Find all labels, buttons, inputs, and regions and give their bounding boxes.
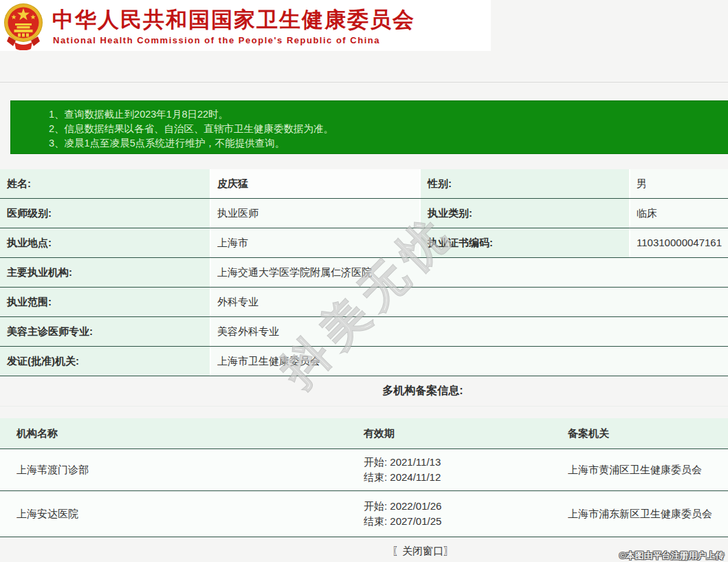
validity-start: 开始: 2022/01/26 bbox=[364, 499, 553, 514]
table-row: 执业范围: 外科专业 bbox=[0, 288, 728, 317]
field-label-practice-category: 执业类别: bbox=[421, 199, 629, 228]
field-value-cosmetic-specialty: 美容外科专业 bbox=[211, 317, 728, 346]
page: 中华人民共和国国家卫生健康委员会 National Health Commiss… bbox=[0, 0, 728, 562]
field-value-practice-location: 上海市 bbox=[211, 228, 419, 257]
filing-section-title: 多机构备案信息: bbox=[0, 376, 728, 398]
field-value-practice-scope: 外科专业 bbox=[211, 288, 728, 316]
field-value-issuing-authority: 上海市卫生健康委员会 bbox=[211, 347, 728, 376]
filing-section-band: 多机构备案信息: bbox=[0, 376, 728, 418]
validity-start: 开始: 2021/11/13 bbox=[364, 455, 553, 470]
filing-validity: 开始: 2022/01/26 结束: 2027/01/25 bbox=[347, 491, 553, 537]
validity-end: 结束: 2024/11/12 bbox=[364, 470, 553, 485]
field-label-issuing-authority: 发证(批准)机关: bbox=[0, 347, 210, 376]
field-label-doctor-level: 医师级别: bbox=[0, 199, 210, 228]
field-label-gender: 性别: bbox=[421, 169, 629, 198]
column-header-institution: 机构名称 bbox=[0, 418, 347, 448]
validity-end: 结束: 2027/01/25 bbox=[364, 514, 553, 529]
bottom-right-watermark: ©本图由平台注册用户上传 bbox=[619, 550, 725, 562]
site-header: 中华人民共和国国家卫生健康委员会 National Health Commiss… bbox=[0, 0, 491, 51]
filing-institution: 上海安达医院 bbox=[0, 491, 347, 537]
notice-box: 1、查询数据截止到2023年1月8日22时。 2、信息数据结果以各省、自治区、直… bbox=[10, 100, 728, 154]
field-label-practice-location: 执业地点: bbox=[0, 228, 210, 257]
filing-validity: 开始: 2021/11/13 结束: 2024/11/12 bbox=[347, 449, 553, 490]
notice-line: 3、凌晨1点至凌晨5点系统进行维护，不能提供查询。 bbox=[49, 136, 728, 151]
filing-header-row: 机构名称 有效期 备案机关 bbox=[0, 418, 728, 449]
header-divider bbox=[0, 82, 728, 83]
field-label-name: 姓名: bbox=[0, 169, 210, 198]
filing-table: 机构名称 有效期 备案机关 上海苇渡门诊部 开始: 2021/11/13 结束:… bbox=[0, 418, 728, 537]
table-row: 姓名: 皮庆猛 性别: 男 bbox=[0, 169, 728, 199]
field-value-main-institution: 上海交通大学医学院附属仁济医院 bbox=[211, 258, 728, 287]
field-value-practice-category: 临床 bbox=[630, 199, 728, 228]
table-row: 发证(批准)机关: 上海市卫生健康委员会 bbox=[0, 347, 728, 376]
field-label-certificate-number: 执业证书编码: bbox=[421, 228, 629, 257]
close-window-link[interactable]: 〖关闭窗口〗 bbox=[392, 545, 454, 556]
section-divider bbox=[0, 406, 728, 407]
notice-line: 2、信息数据结果以各省、自治区、直辖市卫生健康委数据为准。 bbox=[49, 122, 728, 136]
table-row: 医师级别: 执业医师 执业类别: 临床 bbox=[0, 199, 728, 228]
field-value-certificate-number: 110310000047161 bbox=[630, 228, 728, 257]
table-row: 美容主诊医师专业: 美容外科专业 bbox=[0, 317, 728, 347]
field-label-cosmetic-specialty: 美容主诊医师专业: bbox=[0, 317, 210, 346]
field-value-doctor-level: 执业医师 bbox=[211, 199, 419, 228]
column-header-authority: 备案机关 bbox=[553, 418, 728, 448]
site-title-english: National Health Commission of the People… bbox=[53, 35, 479, 45]
field-value-name: 皮庆猛 bbox=[211, 169, 419, 198]
filing-authority: 上海市浦东新区卫生健康委员会 bbox=[553, 491, 728, 537]
field-label-main-institution: 主要执业机构: bbox=[0, 258, 210, 287]
filing-row: 上海苇渡门诊部 开始: 2021/11/13 结束: 2024/11/12 上海… bbox=[0, 449, 728, 491]
notice-line: 1、查询数据截止到2023年1月8日22时。 bbox=[49, 107, 728, 122]
field-label-practice-scope: 执业范围: bbox=[0, 288, 210, 316]
table-row: 主要执业机构: 上海交通大学医学院附属仁济医院 bbox=[0, 258, 728, 288]
doctor-info-table: 姓名: 皮庆猛 性别: 男 医师级别: 执业医师 执业类别: 临床 执业地点: … bbox=[0, 169, 728, 376]
site-title-chinese: 中华人民共和国国家卫生健康委员会 bbox=[52, 6, 478, 34]
table-row: 执业地点: 上海市 执业证书编码: 110310000047161 bbox=[0, 228, 728, 258]
filing-authority: 上海市黄浦区卫生健康委员会 bbox=[553, 449, 728, 490]
field-value-gender: 男 bbox=[630, 169, 728, 198]
column-header-validity: 有效期 bbox=[347, 418, 553, 448]
national-emblem-icon bbox=[3, 1, 43, 50]
filing-institution: 上海苇渡门诊部 bbox=[0, 449, 347, 490]
filing-row: 上海安达医院 开始: 2022/01/26 结束: 2027/01/25 上海市… bbox=[0, 491, 728, 537]
